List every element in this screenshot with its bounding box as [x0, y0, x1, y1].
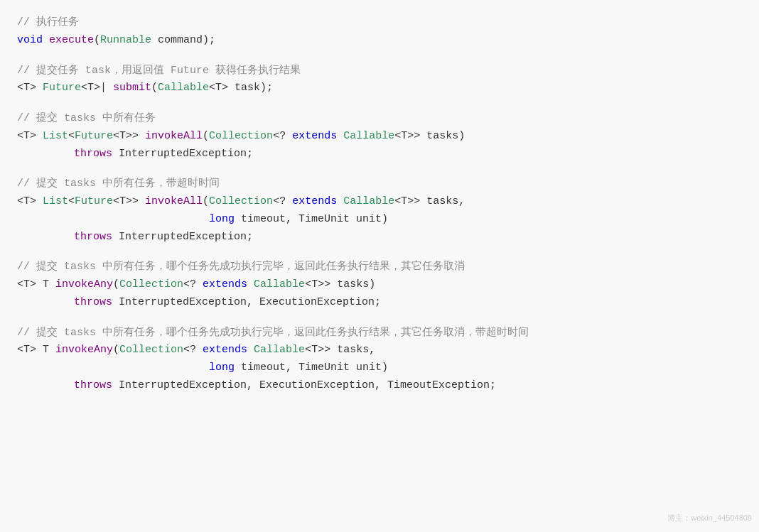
- code-line: <T> T invokeAny(Collection<? extends Cal…: [17, 276, 742, 294]
- comment-line: // 提交 tasks 中所有任务: [17, 110, 742, 128]
- code-section-1: // 执行任务void execute(Runnable command);: [17, 14, 742, 50]
- code-section-3: // 提交 tasks 中所有任务<T> List<Future<T>> inv…: [17, 110, 742, 163]
- code-section-5: // 提交 tasks 中所有任务，哪个任务先成功执行完毕，返回此任务执行结果，…: [17, 259, 742, 311]
- code-line: <T> T invokeAny(Collection<? extends Cal…: [17, 342, 742, 359]
- code-line: <T> List<Future<T>> invokeAll(Collection…: [17, 128, 742, 146]
- code-line: throws InterruptedException;: [17, 146, 742, 163]
- comment-line: // 提交 tasks 中所有任务，哪个任务先成功执行完毕，返回此任务执行结果，…: [17, 259, 742, 276]
- comment-line: // 提交 tasks 中所有任务，带超时时间: [17, 175, 742, 193]
- code-line: throws InterruptedException, ExecutionEx…: [17, 294, 742, 312]
- watermark: 博主：weixin_44504809: [667, 512, 752, 525]
- code-section-4: // 提交 tasks 中所有任务，带超时时间<T> List<Future<T…: [17, 175, 742, 246]
- code-line: throws InterruptedException, ExecutionEx…: [17, 377, 742, 395]
- comment-line: // 执行任务: [17, 14, 742, 32]
- code-section-2: // 提交任务 task，用返回值 Future 获得任务执行结果<T> Fut…: [17, 63, 742, 98]
- comment-line: // 提交 tasks 中所有任务，哪个任务先成功执行完毕，返回此任务执行结果，…: [17, 325, 742, 342]
- code-line: throws InterruptedException;: [17, 229, 742, 246]
- code-line: <T> List<Future<T>> invokeAll(Collection…: [17, 193, 742, 211]
- comment-line: // 提交任务 task，用返回值 Future 获得任务执行结果: [17, 63, 742, 80]
- code-block: // 执行任务void execute(Runnable command);//…: [17, 14, 742, 395]
- code-section-6: // 提交 tasks 中所有任务，哪个任务先成功执行完毕，返回此任务执行结果，…: [17, 325, 742, 395]
- code-line: long timeout, TimeUnit unit): [17, 211, 742, 229]
- code-line: void execute(Runnable command);: [17, 32, 742, 50]
- code-line: long timeout, TimeUnit unit): [17, 359, 742, 377]
- code-line: <T> Future<T>| submit(Callable<T> task);: [17, 80, 742, 97]
